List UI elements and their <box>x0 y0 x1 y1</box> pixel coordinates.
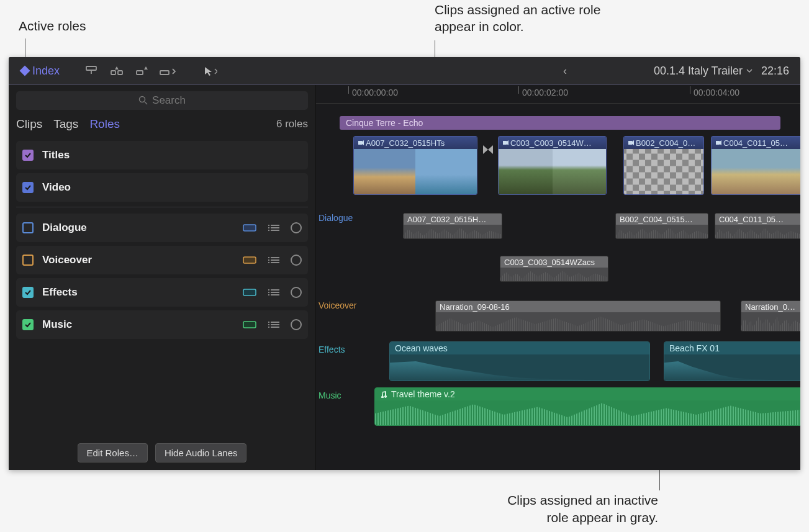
svg-rect-5 <box>160 71 169 74</box>
timeline-ruler[interactable]: 00:00:00:00 00:00:02:00 00:00:04:00 <box>316 85 800 104</box>
svg-point-34 <box>268 324 269 325</box>
svg-rect-37 <box>503 141 507 145</box>
audio-clip-dialogue[interactable]: C004_C011_05… <box>715 213 800 239</box>
role-checkbox-effects[interactable] <box>22 287 34 298</box>
role-label: Video <box>42 181 71 194</box>
append-clip-button[interactable] <box>130 62 154 79</box>
audio-clip-voiceover[interactable]: Narration_09-08-16 <box>435 300 721 331</box>
lane-focus-button[interactable] <box>241 254 258 266</box>
video-clip[interactable]: C004_C011_05… <box>711 136 800 195</box>
toolbar: Index ‹ 00.1.4 Italy Trailer 22:16 <box>9 57 800 85</box>
transition-icon[interactable] <box>481 142 495 157</box>
annotation-inactive-gray2: role appear in gray. <box>435 509 658 526</box>
role-checkbox-music[interactable] <box>22 319 34 330</box>
audio-clip-music[interactable]: Travel theme v.2 <box>374 387 800 426</box>
lane-list-button[interactable] <box>266 254 283 266</box>
nav-back-button[interactable]: ‹ <box>563 65 567 78</box>
audio-clip-effects[interactable]: Beach FX 01 <box>664 341 800 381</box>
connect-clip-button[interactable] <box>79 62 103 79</box>
role-row-dialogue[interactable]: Dialogue <box>16 214 308 242</box>
app-window: Index ‹ 00.1.4 Italy Trailer 22:16 Searc… <box>9 57 800 470</box>
overwrite-clip-button[interactable] <box>156 62 179 79</box>
index-tabs: Clips Tags Roles 6 roles <box>9 114 315 138</box>
tab-tags[interactable]: Tags <box>53 117 78 131</box>
tab-clips[interactable]: Clips <box>16 117 42 131</box>
hide-audio-lanes-button[interactable]: Hide Audio Lanes <box>155 443 247 462</box>
index-button[interactable]: Index <box>14 62 67 80</box>
audio-clip-dialogue[interactable]: C003_C003_0514WZacs <box>500 256 608 282</box>
svg-point-12 <box>268 225 269 226</box>
svg-rect-38 <box>628 141 632 145</box>
video-icon <box>715 140 721 146</box>
svg-point-21 <box>268 262 269 263</box>
svg-rect-2 <box>111 71 115 74</box>
search-icon <box>138 96 148 106</box>
svg-line-7 <box>145 102 147 104</box>
role-checkbox-dialogue[interactable] <box>22 222 34 233</box>
project-title[interactable]: 00.1.4 Italy Trailer <box>654 65 753 78</box>
svg-point-33 <box>268 322 269 323</box>
role-checkbox-video[interactable] <box>22 182 34 193</box>
solo-button[interactable] <box>291 255 302 266</box>
role-checkbox-voiceover[interactable] <box>22 255 34 266</box>
role-checkbox-titles[interactable] <box>22 150 34 161</box>
diamond-icon <box>20 66 30 76</box>
title-clip[interactable]: Cinque Terre - Echo <box>340 116 780 130</box>
search-input[interactable]: Search <box>16 91 308 110</box>
audio-clip-voiceover[interactable]: Narration_0… <box>741 300 800 331</box>
lane-label-voiceover: Voiceover <box>319 300 356 310</box>
annotation-active-roles: Active roles <box>19 17 86 34</box>
solo-button[interactable] <box>291 319 302 330</box>
solo-button[interactable] <box>291 222 302 233</box>
edit-roles-button[interactable]: Edit Roles… <box>78 443 148 462</box>
lane-label-dialogue: Dialogue <box>319 213 353 223</box>
svg-rect-8 <box>243 225 256 231</box>
role-row-video[interactable]: Video <box>16 173 308 202</box>
lane-label-music: Music <box>319 390 341 400</box>
audio-clip-dialogue[interactable]: A007_C032_0515H… <box>403 213 502 239</box>
role-row-music[interactable]: Music <box>16 310 308 339</box>
solo-button[interactable] <box>291 287 302 298</box>
role-label: Music <box>42 318 72 331</box>
svg-point-20 <box>268 259 269 261</box>
role-row-effects[interactable]: Effects <box>16 278 308 307</box>
music-icon <box>380 390 387 398</box>
svg-rect-22 <box>243 289 256 295</box>
audio-clip-effects[interactable]: Ocean waves <box>389 341 650 381</box>
lane-list-button[interactable] <box>266 222 283 234</box>
svg-rect-36 <box>358 141 362 145</box>
role-row-titles[interactable]: Titles <box>16 141 308 169</box>
annotation-active-color: Clips assigned an active role appear in … <box>435 1 633 35</box>
insert-clip-button[interactable] <box>105 62 129 79</box>
chevron-down-icon <box>746 68 753 74</box>
role-count: 6 roles <box>276 118 308 130</box>
svg-rect-15 <box>243 257 256 263</box>
role-label: Titles <box>42 149 70 161</box>
tab-roles[interactable]: Roles <box>89 117 120 131</box>
timeline[interactable]: 00:00:00:00 00:00:02:00 00:00:04:00 Cinq… <box>316 85 800 470</box>
lane-focus-button[interactable] <box>241 222 258 234</box>
video-clip[interactable]: A007_C032_0515HTs <box>353 136 477 195</box>
video-clip[interactable]: C003_C003_0514W… <box>498 136 607 195</box>
video-clip[interactable]: B002_C004_0… <box>623 136 704 195</box>
sidebar-footer: Edit Roles… Hide Audio Lanes <box>9 436 315 470</box>
audio-clip-dialogue[interactable]: B002_C004_0515… <box>615 213 708 239</box>
role-row-voiceover[interactable]: Voiceover <box>16 246 308 274</box>
lane-list-button[interactable] <box>266 286 283 299</box>
svg-point-19 <box>268 257 269 258</box>
index-label: Index <box>32 65 60 78</box>
role-label: Effects <box>42 286 78 299</box>
lane-list-button[interactable] <box>266 318 283 331</box>
lane-focus-button[interactable] <box>241 318 258 331</box>
svg-point-35 <box>268 327 269 328</box>
svg-rect-39 <box>716 141 720 145</box>
svg-point-27 <box>268 292 269 293</box>
svg-rect-3 <box>118 71 122 74</box>
role-list: Titles Video Dialogue <box>9 138 315 436</box>
video-icon <box>502 140 508 146</box>
svg-rect-4 <box>137 71 143 74</box>
lane-label-effects: Effects <box>319 345 345 354</box>
lane-focus-button[interactable] <box>241 286 258 299</box>
arrow-tool-button[interactable] <box>198 62 222 79</box>
svg-point-28 <box>268 294 269 295</box>
